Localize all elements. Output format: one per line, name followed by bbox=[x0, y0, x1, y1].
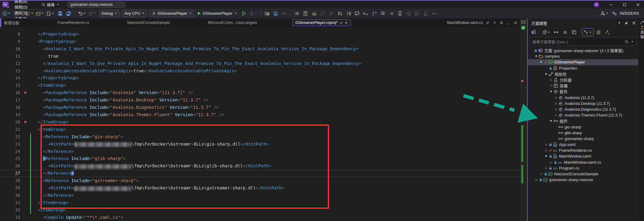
tree-item-framerenderer-cs[interactable]: ▷C#FrameRenderer.cs bbox=[528, 147, 638, 153]
line-number[interactable]: 23 bbox=[0, 141, 24, 148]
text-case-button[interactable]: A bbox=[362, 10, 370, 17]
menu-item-6[interactable]: 偵錯(D) bbox=[11, 4, 38, 10]
chevron-down-icon[interactable]: ▼ bbox=[618, 21, 621, 25]
code-line-10[interactable]: 10 <Avalonia_I_Want_To_Use_Private_Apis_… bbox=[0, 45, 520, 53]
new-project-button[interactable]: ▼ bbox=[25, 10, 35, 17]
line-number[interactable]: 33 bbox=[0, 214, 24, 221]
expander-icon[interactable]: ▶ bbox=[534, 54, 539, 59]
prev-bookmark-button[interactable] bbox=[405, 10, 413, 17]
line-number[interactable]: 32 bbox=[0, 207, 24, 214]
solution-platform-dropdown[interactable]: Any CPU▼ bbox=[122, 10, 147, 17]
solution-configuration-dropdown[interactable]: Debug▼ bbox=[99, 10, 120, 17]
breakpoint-margin[interactable] bbox=[24, 38, 29, 45]
breakpoint-margin[interactable] bbox=[24, 97, 29, 104]
code-line-28[interactable]: 28 <Reference Include="gstreamer-sharp"> bbox=[0, 177, 520, 185]
clear-bookmarks-button[interactable] bbox=[422, 10, 430, 17]
save-all-button[interactable] bbox=[65, 10, 73, 17]
breakpoint-margin[interactable] bbox=[24, 185, 29, 192]
menu-item-5[interactable]: 建置(B) bbox=[11, 0, 38, 4]
titlebar-search-box[interactable]: gstreamer-sharp-netcore bbox=[67, 2, 126, 8]
expander-icon[interactable]: ▷ bbox=[534, 178, 539, 181]
line-number[interactable]: 10 bbox=[0, 45, 24, 53]
line-number[interactable]: 27 bbox=[0, 170, 24, 177]
expander-icon[interactable]: ▶ bbox=[549, 119, 554, 124]
collapse-all-button[interactable] bbox=[561, 29, 569, 36]
code-line-21[interactable]: 21 <ItemGroup> bbox=[0, 126, 520, 133]
code-line-12[interactable]: 12 </Avalonia_I_Want_To_Use_Private_Apis… bbox=[0, 60, 520, 67]
show-all-files-button[interactable] bbox=[570, 29, 578, 36]
tab-4[interactable]: GStreamerPlayer.csproj* bbox=[292, 19, 351, 26]
code-line-8[interactable]: 8 </PropertyGroup> bbox=[0, 31, 520, 38]
breakpoint-margin[interactable] bbox=[24, 162, 29, 170]
line-number[interactable]: 9 bbox=[0, 38, 24, 45]
maximize-button[interactable] bbox=[618, 1, 630, 9]
code-line-30[interactable]: 30 </Reference> bbox=[0, 192, 520, 199]
code-line-18[interactable]: 18 <PackageReference Include="Avalonia.D… bbox=[0, 104, 520, 111]
breakpoint-margin[interactable] bbox=[24, 74, 29, 82]
breakpoint-margin[interactable] bbox=[24, 177, 29, 185]
close-icon[interactable] bbox=[500, 21, 503, 25]
tab-3[interactable]: Microsoft.Com...rsion.targets bbox=[205, 20, 260, 26]
collapse-outline-button[interactable] bbox=[379, 10, 387, 17]
pin-icon[interactable] bbox=[339, 21, 343, 25]
open-folder-button[interactable]: ▼ bbox=[35, 10, 45, 17]
tree-item-avalonia-11-3-7-[interactable]: ▷Avalonia (11.3.7) bbox=[528, 95, 638, 101]
line-number[interactable]: 25 bbox=[0, 155, 24, 162]
startup-project-dropdown[interactable]: GStreamerPlayer▼ bbox=[149, 10, 194, 17]
line-number[interactable]: 15 bbox=[0, 82, 24, 89]
code-line-15[interactable]: 15 <ItemGroup> bbox=[0, 82, 520, 89]
breakpoint-margin[interactable] bbox=[24, 111, 29, 119]
code-editor[interactable]: 8 </PropertyGroup>9 <PropertyGroup>10 <A… bbox=[0, 27, 520, 221]
line-number[interactable]: 22 bbox=[0, 133, 24, 141]
code-line-16[interactable]: 16 <PackageReference Include="Avalonia" … bbox=[0, 89, 520, 97]
tab-0[interactable]: 新增功能 bbox=[1, 19, 22, 27]
tree-item-avalonia-themes-fluent-11-3-7-[interactable]: ▷Avalonia.Themes.Fluent (11.3.7) bbox=[528, 112, 638, 118]
line-number[interactable]: 28 bbox=[0, 177, 24, 185]
line-number[interactable]: 17 bbox=[0, 97, 24, 104]
tree-item-program-cs[interactable]: ▷C#Program.cs bbox=[528, 165, 638, 171]
breakpoint-margin[interactable] bbox=[24, 126, 29, 133]
unlink-button[interactable] bbox=[327, 10, 335, 17]
code-line-13[interactable]: 13 <AvaloniaAccessUnstablePrivateApis>tr… bbox=[0, 67, 520, 75]
tree-item-avalonia-diagnostics-11-3-7-[interactable]: ▷Avalonia.Diagnostics (11.3.7) bbox=[528, 106, 638, 112]
line-number[interactable]: 11 bbox=[0, 53, 24, 60]
code-line-27[interactable]: 27 </Reference> bbox=[0, 170, 520, 177]
breakpoint-margin[interactable] bbox=[24, 133, 29, 141]
sync-with-active-document-button[interactable] bbox=[552, 29, 560, 36]
expander-icon[interactable]: ▶ bbox=[544, 71, 549, 76]
code-line-32[interactable]: 32 <ItemGroup> bbox=[0, 207, 520, 214]
breakpoint-margin[interactable] bbox=[24, 141, 29, 148]
code-line-24[interactable]: 24 </Reference> bbox=[0, 148, 520, 155]
at-format-button[interactable]: [@] bbox=[344, 10, 352, 17]
line-number[interactable]: 24 bbox=[0, 148, 24, 155]
solution-explorer-header[interactable]: 方案總管 ▼ bbox=[528, 18, 638, 28]
solution-home-button[interactable] bbox=[530, 29, 537, 36]
tree-item-gstreamer-sharp-netcore[interactable]: ▷C#gstreamer-sharp-netcore bbox=[528, 177, 638, 183]
properties-button[interactable] bbox=[595, 29, 603, 36]
line-number[interactable]: 16 bbox=[0, 89, 24, 97]
avatar[interactable]: JT bbox=[594, 2, 599, 7]
expander-icon[interactable]: ▶ bbox=[549, 89, 554, 94]
code-line-22[interactable]: 22 <Reference Include="gio-sharp"> bbox=[0, 133, 520, 141]
pending-changes-filter-button[interactable]: ▼ bbox=[541, 29, 551, 36]
forward-button[interactable] bbox=[12, 10, 20, 17]
code-line-9[interactable]: 9 <PropertyGroup> bbox=[0, 38, 520, 45]
breakpoint-margin[interactable] bbox=[24, 199, 29, 207]
expander-icon[interactable]: ▷ bbox=[544, 149, 549, 152]
tree-item-mainwindow-xaml-cs[interactable]: ▷C#MainWindow.xaml.cs bbox=[528, 159, 638, 165]
line-number[interactable]: 29 bbox=[0, 185, 24, 192]
gear-icon[interactable] bbox=[514, 21, 518, 25]
close-icon[interactable] bbox=[632, 21, 636, 25]
tree-item-glib-sharp[interactable]: glib-sharp bbox=[528, 130, 638, 136]
undo-button[interactable]: ▼ bbox=[77, 10, 87, 17]
document-outline-button[interactable] bbox=[301, 10, 309, 17]
line-number[interactable]: 12 bbox=[0, 60, 24, 67]
tab-2[interactable]: Netcore3ConsoleSample bbox=[125, 20, 173, 26]
tree-item-mainwindow-xaml[interactable]: ▶MainWindow.xaml bbox=[528, 153, 638, 159]
preview-selected-button[interactable] bbox=[603, 29, 611, 36]
line-number[interactable]: 19 bbox=[0, 111, 24, 119]
tab-overflow-icon[interactable]: … bbox=[506, 21, 510, 25]
expander-icon[interactable]: ▶ bbox=[544, 154, 549, 159]
tree-item-組件[interactable]: ▶組件 bbox=[528, 118, 638, 124]
expander-icon[interactable]: ▷ bbox=[554, 108, 558, 111]
